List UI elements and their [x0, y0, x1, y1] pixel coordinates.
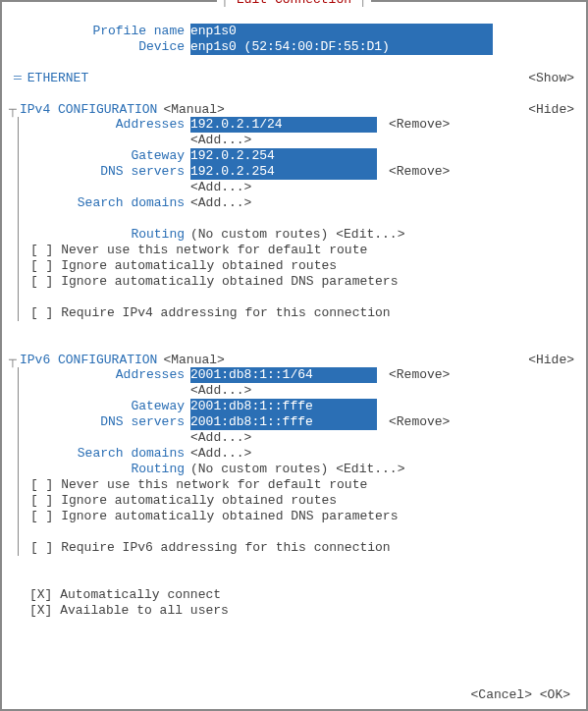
ipv4-routing-label: Routing	[19, 227, 190, 243]
ipv6-require-checkbox[interactable]: [ ] Require IPv6 addressing for this con…	[19, 540, 574, 556]
ipv4-section-header: IPv4 CONFIGURATION <Manual> <Hide>	[14, 102, 574, 118]
ipv4-hide-button[interactable]: <Hide>	[528, 102, 574, 118]
device-label: Device	[14, 39, 190, 55]
ipv4-never-default-checkbox[interactable]: [ ] Never use this network for default r…	[19, 243, 574, 258]
ipv6-mode-select[interactable]: <Manual>	[157, 353, 224, 368]
ipv4-search-add-button[interactable]: <Add...>	[190, 195, 574, 211]
ipv6-section-name: IPv6 CONFIGURATION	[20, 353, 157, 368]
ipv4-section-body: Addresses 192.0.2.1/24<Remove> <Add...> …	[18, 117, 574, 321]
ipv4-dns-add-button[interactable]: <Add...>	[190, 180, 574, 195]
ipv4-gateway-label: Gateway	[19, 148, 190, 164]
ipv6-section-header: IPv6 CONFIGURATION <Manual> <Hide>	[14, 353, 574, 368]
profile-name-row: Profile name enp1s0	[14, 24, 574, 39]
profile-name-input[interactable]: enp1s0	[190, 24, 493, 39]
ipv6-address-input[interactable]: 2001:db8:1::1/64	[190, 367, 377, 383]
ipv6-addresses-label: Addresses	[19, 367, 190, 383]
ipv4-search-label: Search domains	[19, 195, 190, 211]
ipv6-address-add-button[interactable]: <Add...>	[190, 383, 574, 399]
ipv6-ignore-routes-checkbox[interactable]: [ ] Ignore automatically obtained routes	[19, 493, 574, 509]
ipv6-dns-add-button[interactable]: <Add...>	[190, 430, 574, 446]
ipv6-never-default-checkbox[interactable]: [ ] Never use this network for default r…	[19, 477, 574, 493]
ipv6-hide-button[interactable]: <Hide>	[528, 353, 574, 368]
ok-button[interactable]: <OK>	[540, 687, 570, 702]
action-buttons: <Cancel> <OK>	[471, 687, 570, 703]
ipv4-gateway-input[interactable]: 192.0.2.254	[190, 148, 377, 164]
section-indicator: ═	[14, 71, 27, 86]
ipv6-routing-label: Routing	[19, 462, 190, 477]
title-bar: ┤Edit Connection├	[2, 0, 586, 8]
available-all-users-checkbox[interactable]: [X] Available to all users	[14, 603, 574, 619]
ethernet-section-name: ETHERNET	[27, 71, 88, 86]
ipv4-ignore-routes-checkbox[interactable]: [ ] Ignore automatically obtained routes	[19, 258, 574, 274]
ipv4-section-name: IPv4 CONFIGURATION	[20, 102, 157, 118]
profile-name-label: Profile name	[14, 24, 190, 39]
ipv6-dns-remove-button[interactable]: <Remove>	[377, 414, 450, 429]
ipv6-dns-input[interactable]: 2001:db8:1::fffe	[190, 414, 377, 430]
ipv4-dns-label: DNS servers	[19, 164, 190, 180]
ipv4-address-remove-button[interactable]: <Remove>	[377, 117, 450, 132]
ipv6-dns-label: DNS servers	[19, 414, 190, 430]
ipv6-search-label: Search domains	[19, 446, 190, 462]
ipv6-section-body: Addresses 2001:db8:1::1/64<Remove> <Add.…	[18, 367, 574, 556]
ipv6-gateway-input[interactable]: 2001:db8:1::fffe	[190, 399, 377, 414]
ipv4-address-add-button[interactable]: <Add...>	[190, 133, 574, 148]
edit-connection-window: ┤Edit Connection├ Profile name enp1s0 De…	[0, 0, 588, 711]
ipv6-address-remove-button[interactable]: <Remove>	[377, 367, 450, 382]
ipv6-search-add-button[interactable]: <Add...>	[190, 446, 574, 462]
ipv6-ignore-dns-checkbox[interactable]: [ ] Ignore automatically obtained DNS pa…	[19, 509, 574, 524]
window-title: Edit Connection	[233, 0, 355, 7]
title-left-pipe: ┤	[217, 0, 233, 7]
ipv4-ignore-dns-checkbox[interactable]: [ ] Ignore automatically obtained DNS pa…	[19, 274, 574, 290]
ipv6-routing-edit-button[interactable]: (No custom routes) <Edit...>	[190, 462, 574, 477]
cancel-button[interactable]: <Cancel>	[471, 687, 532, 702]
device-input[interactable]: enp1s0 (52:54:00:DF:55:D1)	[190, 39, 493, 55]
ipv4-mode-select[interactable]: <Manual>	[157, 102, 224, 118]
ipv4-address-input[interactable]: 192.0.2.1/24	[190, 117, 377, 133]
device-row: Device enp1s0 (52:54:00:DF:55:D1)	[14, 39, 574, 55]
ethernet-show-button[interactable]: <Show>	[528, 71, 574, 86]
auto-connect-checkbox[interactable]: [X] Automatically connect	[14, 587, 574, 603]
ipv4-require-checkbox[interactable]: [ ] Require IPv4 addressing for this con…	[19, 305, 574, 321]
ipv6-gateway-label: Gateway	[19, 399, 190, 414]
ipv4-routing-edit-button[interactable]: (No custom routes) <Edit...>	[190, 227, 574, 243]
ipv4-addresses-label: Addresses	[19, 117, 190, 133]
ethernet-section-header: ═ ETHERNET <Show>	[14, 71, 574, 86]
ipv4-dns-remove-button[interactable]: <Remove>	[377, 164, 450, 179]
title-right-pipe: ├	[355, 0, 371, 7]
ipv4-dns-input[interactable]: 192.0.2.254	[190, 164, 377, 180]
